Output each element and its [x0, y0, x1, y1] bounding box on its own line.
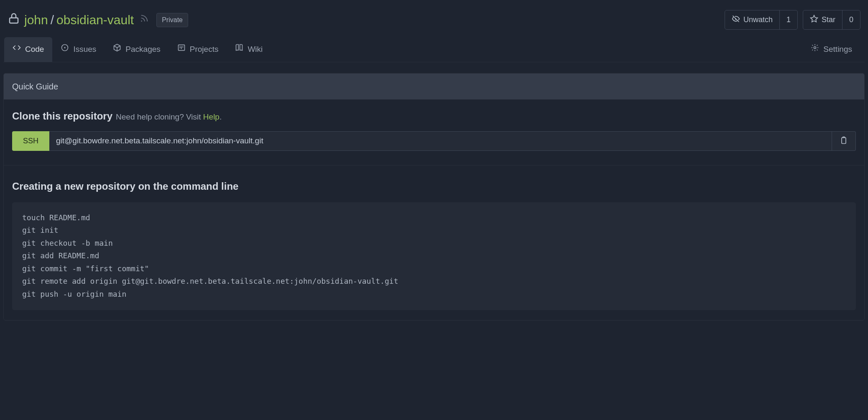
- quick-guide-title: Quick Guide: [4, 74, 864, 99]
- watch-group: Unwatch 1: [725, 10, 798, 30]
- clipboard-icon: [840, 136, 848, 146]
- star-button[interactable]: Star: [803, 10, 842, 29]
- code-icon: [13, 43, 21, 56]
- package-icon: [113, 43, 121, 56]
- unwatch-button[interactable]: Unwatch: [725, 10, 779, 29]
- clone-row: SSH: [12, 131, 856, 151]
- svg-point-9: [814, 47, 816, 49]
- svg-rect-0: [10, 18, 18, 23]
- unwatch-label: Unwatch: [743, 15, 773, 24]
- star-count[interactable]: 0: [842, 10, 860, 29]
- repo-owner-link[interactable]: john: [24, 10, 48, 29]
- repo-separator: /: [51, 10, 54, 29]
- copy-button[interactable]: [832, 131, 856, 151]
- tabs-row: Code Issues Packages Projects: [3, 37, 865, 62]
- issue-icon: [61, 43, 69, 56]
- watch-count[interactable]: 1: [779, 10, 797, 29]
- tab-settings[interactable]: Settings: [802, 37, 860, 62]
- rss-icon[interactable]: [138, 14, 149, 26]
- clone-help-text: Need help cloning? Visit Help.: [116, 111, 222, 123]
- tab-issues-label: Issues: [73, 43, 96, 56]
- private-badge: Private: [156, 13, 188, 27]
- tab-wiki-label: Wiki: [248, 43, 263, 56]
- tab-code-label: Code: [25, 43, 44, 56]
- create-code-block[interactable]: touch README.md git init git checkout -b…: [12, 202, 856, 310]
- tab-wiki[interactable]: Wiki: [227, 37, 271, 62]
- tab-settings-label: Settings: [823, 43, 852, 56]
- help-link[interactable]: Help: [203, 112, 220, 121]
- svg-point-1: [141, 20, 142, 22]
- book-icon: [235, 43, 243, 56]
- eye-off-icon: [732, 15, 740, 25]
- tab-projects-label: Projects: [190, 43, 219, 56]
- svg-rect-10: [842, 137, 846, 143]
- repo-header: john / obsidian-vault Private Unwatch 1: [3, 3, 865, 37]
- project-icon: [177, 43, 186, 56]
- ssh-button[interactable]: SSH: [12, 131, 49, 151]
- tab-packages[interactable]: Packages: [105, 37, 168, 62]
- tab-issues[interactable]: Issues: [52, 37, 105, 62]
- quick-guide-panel: Quick Guide Clone this repository Need h…: [3, 73, 865, 321]
- tab-code[interactable]: Code: [4, 37, 52, 62]
- tab-packages-label: Packages: [125, 43, 160, 56]
- clone-url-input[interactable]: [49, 131, 832, 151]
- create-heading: Creating a new repository on the command…: [12, 179, 856, 194]
- repo-actions: Unwatch 1 Star 0: [725, 10, 860, 30]
- svg-marker-2: [811, 15, 818, 22]
- repo-title-group: john / obsidian-vault Private: [8, 10, 188, 29]
- lock-icon: [8, 12, 20, 28]
- star-label: Star: [822, 15, 835, 24]
- clone-heading: Clone this repository: [12, 109, 112, 124]
- settings-icon: [811, 43, 819, 56]
- tab-projects[interactable]: Projects: [169, 37, 227, 62]
- star-icon: [810, 15, 818, 25]
- star-group: Star 0: [803, 10, 860, 30]
- svg-point-4: [64, 47, 66, 48]
- repo-name-link[interactable]: obsidian-vault: [56, 10, 134, 29]
